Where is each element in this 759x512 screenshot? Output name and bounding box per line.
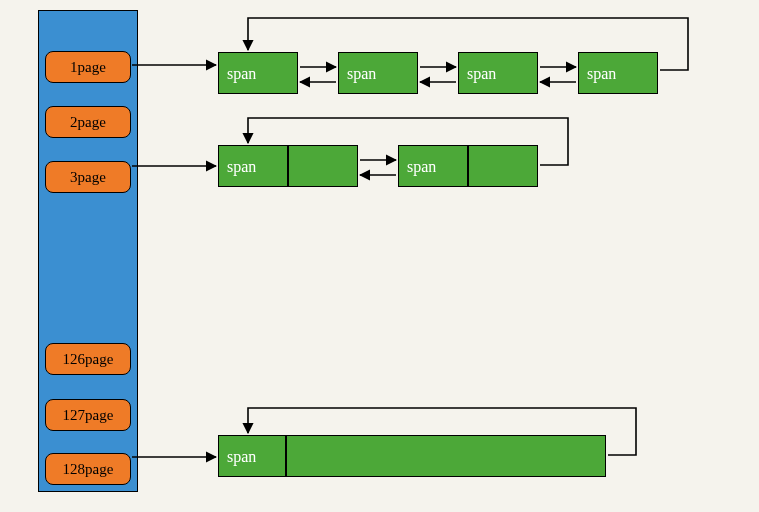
page-button-128[interactable]: 128page (45, 453, 131, 485)
span-extension (288, 145, 358, 187)
span-box: span (218, 52, 298, 94)
span-extension (468, 145, 538, 187)
page-list-panel: 1page 2page 3page 126page 127page 128pag… (38, 10, 138, 492)
page-button-2[interactable]: 2page (45, 106, 131, 138)
span-box: span (398, 145, 468, 187)
span-box: span (218, 145, 288, 187)
span-extension (286, 435, 606, 477)
page-button-127[interactable]: 127page (45, 399, 131, 431)
page-button-126[interactable]: 126page (45, 343, 131, 375)
span-box: span (578, 52, 658, 94)
page-button-3[interactable]: 3page (45, 161, 131, 193)
diagram-canvas: 1page 2page 3page 126page 127page 128pag… (0, 0, 759, 512)
span-box: span (338, 52, 418, 94)
span-box: span (458, 52, 538, 94)
span-box: span (218, 435, 286, 477)
page-button-1[interactable]: 1page (45, 51, 131, 83)
